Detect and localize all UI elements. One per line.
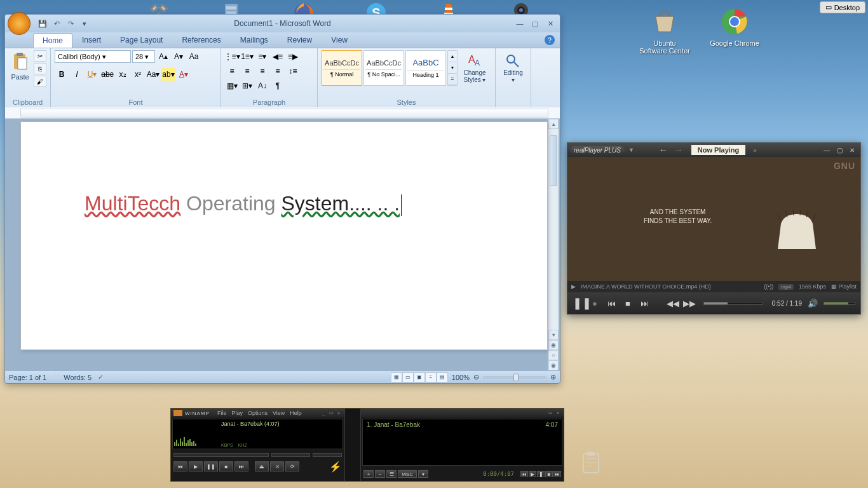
copy-icon[interactable]: ⎘ [34,63,46,74]
change-case-button[interactable]: Aa▾ [146,68,160,81]
tab-page-layout[interactable]: Page Layout [111,32,172,48]
word-titlebar[interactable]: 💾 ↶ ↷ ▾ Document1 - Microsoft Word — ▢ ✕ [5,15,560,32]
show-paragraph-icon[interactable]: ¶ [271,79,285,92]
italic-button[interactable]: I [70,68,84,81]
pl-close-button[interactable]: × [555,410,561,415]
shade-button[interactable]: ▭ [328,410,334,416]
video-area[interactable]: GNU AND THE SYSTEM FINDS THE BEST WAY. [567,157,860,281]
minimize-button[interactable]: — [821,146,832,154]
sort-icon[interactable]: A↓ [255,79,269,92]
proofing-icon[interactable]: ✓ [98,373,104,381]
scroll-down-icon[interactable]: ▾ [548,330,559,340]
clipboard-tray-icon[interactable] [581,451,601,475]
pl-list-button[interactable]: ▾ [418,470,428,478]
shrink-font-icon[interactable]: A▾ [172,50,186,63]
scroll-thumb[interactable] [550,135,557,186]
word-count[interactable]: Words: 5 [64,374,92,381]
shading-icon[interactable]: ▦▾ [225,79,239,92]
menu-options[interactable]: Options [248,410,268,416]
web-layout-icon[interactable]: ▣ [414,372,425,383]
align-left-icon[interactable]: ≡ [225,65,239,78]
zoom-level[interactable]: 100% [452,374,470,381]
styles-gallery[interactable]: AaBbCcDc ¶ Normal AaBbCcDc ¶ No Spaci...… [322,50,458,86]
pl-pause-icon[interactable]: ❚ [537,471,545,477]
pl-remove-button[interactable]: − [375,470,385,478]
pause-button[interactable]: ❚❚ [573,296,584,310]
stop-button[interactable]: ■ [219,461,233,471]
back-icon[interactable]: ← [657,145,670,155]
pl-next-icon[interactable]: ⏭ [553,471,561,477]
realplayer-titlebar[interactable]: realPlayer PLUS ▼ ← → Now Playing » — ▢ … [567,143,860,157]
multilevel-icon[interactable]: ≡▾ [255,50,269,63]
tab-home[interactable]: Home [33,33,72,48]
underline-button[interactable]: U▾ [85,68,99,81]
menu-help[interactable]: Help [290,410,302,416]
menu-file[interactable]: File [217,410,227,416]
numbering-icon[interactable]: 1≡▾ [240,50,254,63]
now-playing-tab[interactable]: Now Playing [691,145,745,155]
style-normal[interactable]: AaBbCcDc ¶ Normal [322,50,362,86]
superscript-button[interactable]: x² [131,68,145,81]
help-icon[interactable]: ? [545,35,555,45]
ubuntu-software-center-icon[interactable]: Ubuntu Software Center [639,6,690,55]
pause-button[interactable]: ❚❚ [204,461,218,471]
playlist[interactable]: 1. Janat - Ba7ebak 4:07 [362,419,562,466]
align-center-icon[interactable]: ≡ [240,65,254,78]
borders-icon[interactable]: ⊞▾ [240,79,254,92]
pl-prev-icon[interactable]: ⏮ [520,471,528,477]
balance-slider[interactable] [313,453,342,457]
draft-icon[interactable]: ▤ [437,372,448,383]
line-spacing-icon[interactable]: ↕≡ [286,65,300,78]
visualizer[interactable] [174,421,219,447]
forward-icon[interactable]: → [672,145,685,155]
font-color-button[interactable]: A▾ [177,68,191,81]
winamp-titlebar[interactable]: WINAMP File Play Options View Help _ ▭ × [171,409,344,417]
strikethrough-button[interactable]: abc [100,68,114,81]
playlist-item[interactable]: 1. Janat - Ba7ebak 4:07 [367,421,558,428]
playlist-titlebar[interactable]: ▭ × [361,409,564,417]
repeat-button[interactable]: ⟳ [285,461,299,471]
zoom-slider[interactable] [483,376,546,379]
print-layout-icon[interactable]: ▦ [391,372,402,383]
document-page[interactable]: MultiTecch Operating System.... .. . [20,121,548,350]
tab-view[interactable]: View [322,32,357,48]
outline-icon[interactable]: ≡ [425,372,437,383]
record-button[interactable]: ● [589,299,600,308]
fast-forward-button[interactable]: ▶▶ [683,299,695,308]
cut-icon[interactable]: ✂ [34,50,46,62]
prev-page-icon[interactable]: ◉ [548,340,559,350]
pl-misc-button[interactable]: MISC [398,470,417,478]
clear-formatting-icon[interactable]: Aa [187,50,201,63]
close-button[interactable]: × [336,410,342,416]
browse-object-icon[interactable]: ○ [548,350,559,360]
pl-play-icon[interactable]: ▶ [529,471,536,477]
font-size-combo[interactable]: 28▾ [132,50,155,63]
zoom-in-icon[interactable]: ⊕ [550,373,556,381]
pl-stop-icon[interactable]: ■ [545,471,553,477]
menu-view[interactable]: View [273,410,285,416]
zoom-out-icon[interactable]: ⊖ [473,373,479,381]
ruler[interactable] [5,107,560,119]
format-painter-icon[interactable]: 🖌 [34,76,46,87]
shuffle-button[interactable]: ⤨ [270,461,284,471]
scroll-up-icon[interactable]: ▴ [548,119,559,129]
subscript-button[interactable]: x₂ [116,68,130,81]
seek-slider[interactable] [173,453,269,457]
grow-font-icon[interactable]: A▴ [156,50,170,63]
office-button[interactable] [8,12,31,35]
justify-icon[interactable]: ≡ [271,65,285,78]
align-right-icon[interactable]: ≡ [255,65,269,78]
pl-add-button[interactable]: + [363,470,374,478]
tab-review[interactable]: Review [278,32,322,48]
style-no-spacing[interactable]: AaBbCcDc ¶ No Spaci... [363,50,404,86]
tab-insert[interactable]: Insert [72,32,111,48]
paste-button[interactable]: Paste [9,50,31,81]
change-styles-button[interactable]: AA Change Styles ▾ [460,50,489,83]
maximize-button[interactable]: ▢ [834,146,845,154]
next-button[interactable]: ⏭ [639,299,650,308]
style-heading1[interactable]: AaBbC Heading 1 [405,50,446,86]
lightning-icon[interactable]: ⚡ [329,462,342,471]
previous-button[interactable]: ⏮ [173,461,187,471]
font-name-combo[interactable]: Calibri (Body)▾ [55,50,131,63]
pl-shade-button[interactable]: ▭ [547,410,553,415]
